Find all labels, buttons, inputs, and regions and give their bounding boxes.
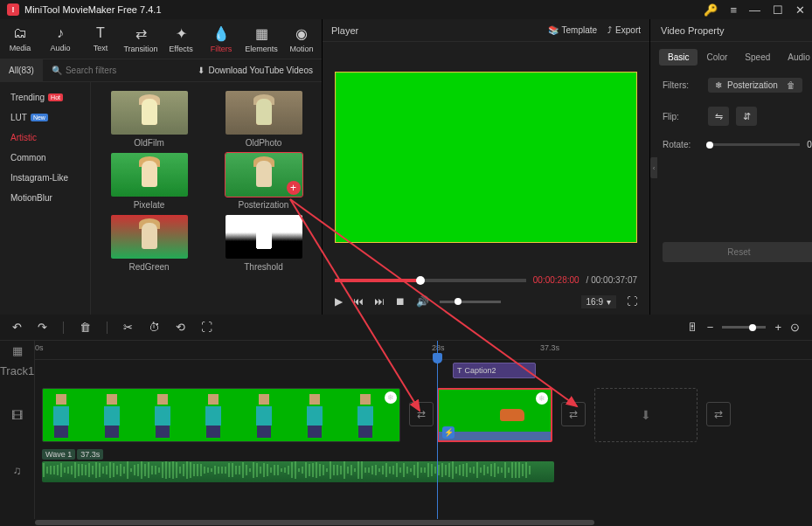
toolbar-filters[interactable]: 💧Filters [201, 19, 241, 59]
video-preview[interactable] [335, 72, 637, 243]
audio-icon: ♪ [57, 25, 64, 41]
key-icon[interactable]: 🔑 [704, 4, 718, 16]
zoom-out-button[interactable]: − [707, 321, 714, 334]
timeline-scrollbar[interactable] [0, 519, 812, 526]
toolbar-audio[interactable]: ♪Audio [40, 19, 80, 59]
filter-redgreen[interactable]: RedGreen [98, 215, 200, 272]
rotate-slider[interactable] [708, 143, 800, 146]
flip-horizontal-button[interactable]: ⇋ [708, 107, 729, 126]
template-icon: 📚 [548, 25, 559, 35]
transition-slot-2[interactable]: ⇄ [561, 402, 586, 426]
delete-button[interactable]: 🗑 [80, 321, 91, 334]
search-filters[interactable]: 🔍 Search filters [43, 66, 190, 75]
transition-slot-3[interactable]: ⇄ [706, 402, 731, 426]
property-title: Video Property [650, 19, 812, 42]
category-instagram-like[interactable]: Instagram-Like [0, 168, 90, 188]
clip-speed-icon: ⚡ [442, 426, 455, 439]
filter-posterization[interactable]: +Posterization [212, 153, 315, 210]
property-panel: Video Property BasicColorSpeedAudio Filt… [650, 19, 812, 315]
transition-slot-1[interactable]: ⇄ [409, 402, 434, 426]
timeline-options-button[interactable]: ▦ [0, 341, 34, 360]
collapse-property-handle[interactable]: ‹ [650, 157, 657, 178]
time-total: / 00:00:37:07 [586, 275, 637, 285]
filter-count[interactable]: All(83) [0, 59, 43, 81]
zoom-fit-button[interactable]: ⊙ [790, 321, 800, 334]
caption-clip[interactable]: T Caption2 [453, 363, 536, 378]
volume-slider[interactable] [440, 301, 501, 303]
category-lut[interactable]: LUT New [0, 107, 90, 128]
filter-pixelate[interactable]: Pixelate [98, 153, 200, 210]
filter-threshold[interactable]: Threshold [212, 215, 315, 272]
category-artistic[interactable]: Artistic [0, 128, 90, 148]
audio-clip[interactable]: Wave 1 37.3s [42, 461, 554, 482]
menu-icon[interactable]: ≡ [730, 4, 737, 16]
rotate-label: Rotate: [663, 140, 701, 149]
close-button[interactable]: ✕ [795, 4, 805, 16]
video-clip-2[interactable]: ❄ ⚡ [437, 388, 552, 442]
toolbar-text[interactable]: TText [80, 19, 121, 59]
reverse-button[interactable]: ⟲ [176, 321, 185, 334]
fullscreen-button[interactable]: ⛶ [627, 295, 637, 308]
applied-filter-pill: ❄ Posterization 🗑 [708, 78, 802, 93]
transition-icon: ⇄ [135, 25, 147, 42]
stop-button[interactable]: ⏹ [395, 295, 406, 308]
search-placeholder: Search filters [66, 66, 116, 75]
undo-button[interactable]: ↶ [12, 321, 22, 334]
toolbar-effects[interactable]: ✦Effects [161, 19, 201, 59]
effects-icon: ✦ [176, 25, 187, 42]
tab-audio[interactable]: Audio [779, 49, 812, 66]
category-list: Trending HotLUT NewArtisticCommonInstagr… [0, 82, 91, 315]
download-icon: ⬇ [198, 66, 205, 75]
audio-clip-name: Wave 1 [42, 449, 75, 460]
toolbar-motion[interactable]: ◉Motion [281, 19, 322, 59]
category-motionblur[interactable]: MotionBlur [0, 188, 90, 208]
time-ruler[interactable]: 0s28s37.3s [35, 341, 812, 360]
toolbar-media[interactable]: 🗂Media [0, 19, 40, 59]
volume-button[interactable]: 🔊 [416, 295, 429, 308]
remove-filter-button[interactable]: 🗑 [783, 80, 795, 90]
aspect-selector[interactable]: 16:9▾ [581, 295, 616, 308]
tab-color[interactable]: Color [697, 49, 736, 66]
audio-settings-button[interactable]: 🎚 [687, 321, 698, 334]
track1-label: Track1 [0, 360, 34, 381]
zoom-slider[interactable] [722, 326, 766, 329]
next-frame-button[interactable]: ⏭ [374, 295, 385, 308]
ruler-mark: 37.3s [540, 343, 559, 352]
flip-vertical-button[interactable]: ⇵ [736, 107, 757, 126]
template-button[interactable]: 📚Template [548, 25, 598, 35]
maximize-button[interactable]: ☐ [773, 4, 783, 16]
category-common[interactable]: Common [0, 148, 90, 168]
ruler-mark: 28s [432, 343, 445, 352]
tab-speed[interactable]: Speed [736, 49, 779, 66]
clip-filter-icon: ❄ [385, 391, 397, 404]
minimize-button[interactable]: — [749, 4, 760, 16]
export-button[interactable]: ⤴Export [607, 25, 641, 35]
library-toolbar: 🗂Media♪AudioTText⇄Transition✦Effects💧Fil… [0, 19, 322, 59]
tab-basic[interactable]: Basic [659, 49, 697, 66]
filter-oldfilm[interactable]: OldFilm [98, 91, 200, 148]
property-tabs: BasicColorSpeedAudio [650, 42, 812, 73]
category-trending[interactable]: Trending Hot [0, 87, 90, 107]
rotate-value: 0° [807, 140, 812, 149]
playhead[interactable] [437, 341, 438, 519]
split-button[interactable]: ✂ [123, 321, 133, 334]
reset-button[interactable]: Reset [663, 242, 812, 262]
timeline: ↶ ↷ 🗑 ✂ ⏱ ⟲ ⛶ 🎚 − + ⊙ ▦ Track1 🎞 ♫ 0s28s… [0, 315, 812, 526]
toolbar-transition[interactable]: ⇄Transition [121, 19, 161, 59]
toolbar-elements[interactable]: ▦Elements [241, 19, 281, 59]
speed-button[interactable]: ⏱ [149, 321, 160, 334]
app-title: MiniTool MovieMaker Free 7.4.1 [24, 4, 704, 15]
zoom-in-button[interactable]: + [774, 321, 781, 334]
prev-frame-button[interactable]: ⏮ [353, 295, 364, 308]
search-icon: 🔍 [52, 66, 62, 75]
empty-clip-slot[interactable]: ⬇ [594, 388, 697, 442]
add-filter-button[interactable]: + [287, 181, 301, 195]
download-youtube-link[interactable]: ⬇ Download YouTube Videos [189, 66, 322, 75]
redo-button[interactable]: ↷ [38, 321, 47, 334]
filter-oldphoto[interactable]: OldPhoto [212, 91, 315, 148]
crop-button[interactable]: ⛶ [201, 321, 212, 334]
scrub-bar[interactable] [335, 279, 526, 282]
play-button[interactable]: ▶ [335, 295, 343, 308]
video-clip-1[interactable]: ❄ [42, 388, 400, 442]
text-icon: T [96, 25, 105, 41]
